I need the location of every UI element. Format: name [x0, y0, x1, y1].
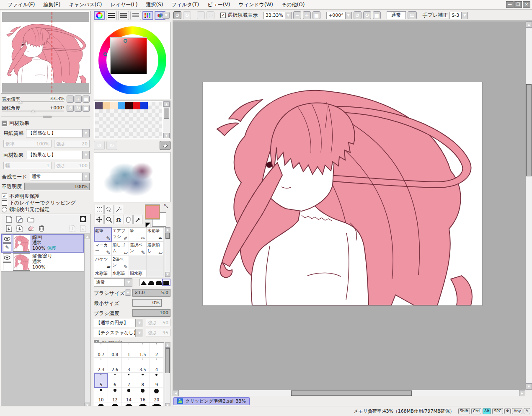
rect-select-tool[interactable]	[95, 205, 104, 214]
selection-display-checkbox[interactable]: ✓	[220, 13, 226, 18]
canvas-angle-combo[interactable]: +000° ▼	[326, 12, 352, 19]
canvas-viewport[interactable]	[173, 21, 525, 390]
canvas-hscrollbar[interactable]: ◀ ▶	[173, 390, 525, 396]
brush-size-5[interactable]: 5	[94, 373, 108, 388]
dropdown-arrow-icon[interactable]: ▼	[82, 173, 90, 181]
scroll-down-icon[interactable]: ▼	[163, 133, 170, 138]
color-swatch[interactable]	[110, 102, 118, 109]
move-tool[interactable]	[95, 215, 104, 224]
layer-paint-mode-box[interactable]	[3, 262, 11, 270]
redo-button[interactable]: ↻	[183, 11, 191, 19]
scroll-up-icon[interactable]: ▲	[526, 21, 532, 28]
rotate-view-tool[interactable]: Ω	[114, 215, 123, 224]
brush-size-6[interactable]: 6	[108, 373, 122, 388]
new-linework-layer-button[interactable]	[15, 215, 24, 223]
invert-selection-button[interactable]	[207, 11, 214, 19]
tool-選択消し[interactable]: 選択消し▱	[147, 242, 164, 256]
dropdown-arrow-icon[interactable]: ▼	[82, 151, 90, 159]
canvas-zoom-combo[interactable]: 33.33% ▼	[263, 12, 292, 19]
canvas-vscrollbar[interactable]: ▲ ▼	[525, 21, 532, 390]
hand-tool[interactable]	[124, 215, 133, 224]
tool-水彩筆[interactable]: 水彩筆✒	[94, 270, 112, 277]
brush-size-slider[interactable]: ×1.0 5.0	[132, 289, 170, 297]
document-tab[interactable]: クリッピング準備2.sai 33%	[173, 397, 250, 405]
opacity-slider[interactable]: 100%	[24, 183, 90, 190]
layer-item-線画[interactable]: ✎線画通常100% 保護	[1, 234, 84, 253]
brush-blend-dropdown[interactable]: 通常 ▼	[94, 278, 132, 287]
saturation-value-square[interactable]	[110, 37, 147, 74]
rotate-ccw-button[interactable]: ↺	[67, 105, 74, 112]
view-zoom-slider[interactable]	[2, 101, 64, 102]
brush-size-16[interactable]: 16	[136, 388, 150, 403]
restore-button[interactable]: ❐	[514, 1, 522, 8]
menu-item[interactable]: 選択(S)	[142, 0, 167, 10]
brush-size-scrollbar[interactable]: ▲ ▼	[165, 342, 170, 408]
tool-マーカー[interactable]: マーカー✎	[94, 242, 112, 256]
menu-item[interactable]: ファイル(F)	[3, 0, 39, 10]
scroll-up-icon[interactable]: ▲	[165, 343, 170, 348]
brush-size-4[interactable]: 4	[150, 358, 164, 373]
key-ctrl[interactable]: Ctrl	[471, 408, 481, 414]
dropdown-arrow-icon[interactable]: ▼	[136, 319, 143, 327]
swap-colors-icon[interactable]: ⤡	[164, 203, 168, 209]
minimize-button[interactable]: —	[506, 1, 514, 8]
tool-消しゴム[interactable]: 消しゴム▱	[112, 242, 129, 256]
tool-エアブラシ[interactable]: エアブラシ✐	[112, 227, 129, 242]
key-move-icon[interactable]: ✥	[504, 408, 511, 414]
view-normal-button[interactable]: 通常	[387, 11, 406, 19]
canvas-zoom-in-button[interactable]: +	[303, 11, 311, 19]
stabilizer-combo[interactable]: S-3 ▼	[449, 12, 468, 19]
toggle-swatches-button[interactable]	[142, 11, 153, 20]
color-swatch[interactable]	[140, 102, 148, 109]
material-effect-dropdown[interactable]: 【効果なし】 ▼	[26, 151, 90, 159]
canvas-document[interactable]	[203, 82, 482, 305]
blend-mode-dropdown[interactable]: 通常 ▼	[30, 173, 90, 181]
scroll-left-icon[interactable]: ◀	[173, 390, 179, 396]
brush-size-3.5[interactable]: 3.5	[136, 358, 150, 373]
key-spc[interactable]: SPC	[492, 408, 503, 414]
color-swatch[interactable]	[125, 102, 133, 109]
scroll-right-icon[interactable]: ▶	[519, 390, 525, 396]
clipping-checkbox[interactable]	[2, 200, 7, 206]
brush-size-2.3[interactable]: 2.3	[94, 358, 108, 373]
scroll-down-icon[interactable]: ▼	[165, 272, 170, 277]
brush-size-unit-button[interactable]: ▼	[125, 289, 131, 296]
key-any[interactable]: Any	[512, 408, 522, 414]
brush-size-2[interactable]: 2	[150, 343, 164, 358]
canvas-rotate-reset-button[interactable]: ■	[373, 11, 381, 19]
hue-marker[interactable]	[103, 52, 107, 56]
brush-size-1.5[interactable]: 1.5	[136, 343, 150, 358]
tool-バケツ[interactable]: バケツ▰	[94, 256, 112, 270]
layer-item-髪仮塗り[interactable]: 髪仮塗り通常100%	[1, 253, 84, 271]
brush-size-1[interactable]: 1	[122, 343, 136, 358]
tool-2値ペン[interactable]: 2値ペン✎	[112, 256, 129, 270]
scratchpad-canvas[interactable]	[94, 152, 170, 202]
key-alt[interactable]: Alt	[483, 408, 491, 414]
layer-list-vscrollbar[interactable]: ▲ ▼	[84, 234, 90, 408]
tool-水彩筆[interactable]: 水彩筆✒	[147, 227, 164, 242]
scroll-down-icon[interactable]: ▼	[526, 383, 532, 390]
brush-size-20[interactable]: 20	[150, 388, 164, 403]
tool-旧水彩[interactable]: 旧水彩✒	[129, 270, 147, 277]
undo-button[interactable]: ↺	[173, 11, 181, 19]
zoom-in-button[interactable]: +	[75, 96, 82, 103]
dropdown-arrow-icon[interactable]: ▼	[461, 12, 468, 19]
toggle-color-wheel-button[interactable]	[94, 11, 105, 20]
scratchpad-redo-button[interactable]: ↻	[106, 141, 117, 150]
key-shift[interactable]: Shift	[458, 408, 470, 414]
brush-size-3[interactable]: 3	[122, 358, 136, 373]
min-size-slider[interactable]: 0%	[132, 299, 162, 307]
canvas-vscroll-thumb[interactable]	[526, 84, 532, 176]
brush-size-14[interactable]: 14	[122, 388, 136, 403]
tool-選択ペン[interactable]: 選択ペン✎	[129, 242, 147, 256]
layer-visibility-toggle[interactable]	[3, 253, 11, 261]
dropdown-arrow-icon[interactable]: ▼	[285, 12, 292, 19]
brush-size-0.7[interactable]: 0.7	[94, 343, 108, 358]
menu-item[interactable]: ビュー(V)	[203, 0, 234, 10]
dropdown-arrow-icon[interactable]: ▼	[136, 329, 143, 337]
merge-down-button[interactable]	[15, 224, 24, 233]
tool-grid-scrollbar[interactable]: ▲ ▼	[165, 227, 170, 277]
close-button[interactable]: ✕	[523, 1, 530, 8]
color-swatch[interactable]	[118, 102, 125, 109]
view-angle-slider-thumb[interactable]	[31, 110, 35, 113]
